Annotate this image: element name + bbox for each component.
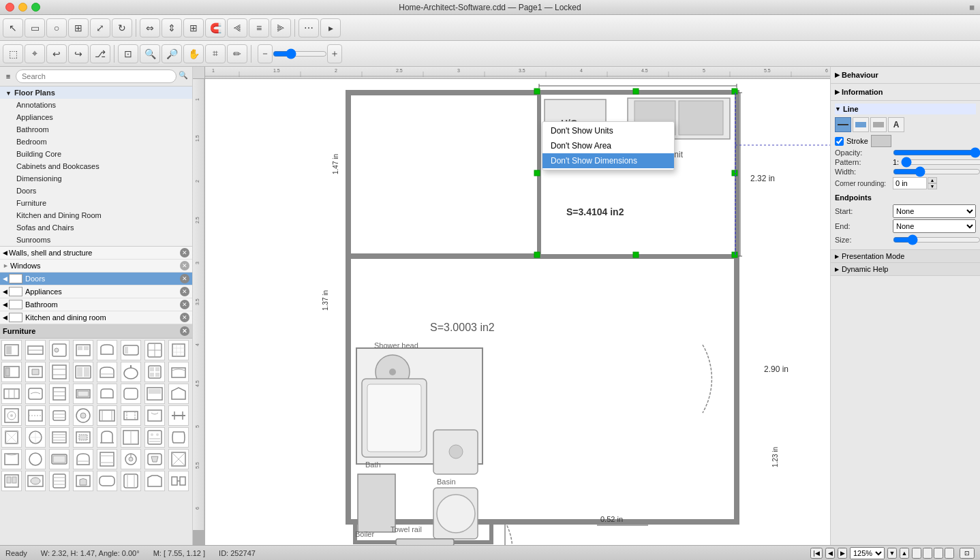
circle-tool[interactable]: ○ bbox=[46, 18, 67, 37]
furniture-tile-51[interactable] bbox=[49, 471, 70, 491]
flip-v-tool[interactable]: ⇕ bbox=[162, 18, 182, 37]
line-style-fill[interactable] bbox=[870, 117, 887, 132]
line-style-text[interactable]: A bbox=[888, 117, 904, 132]
tree-floor-plans[interactable]: ▼Floor Plans bbox=[0, 87, 192, 99]
tree-item-sunrooms[interactable]: Sunrooms bbox=[0, 234, 192, 246]
tree-item-sofas[interactable]: Sofas and Chairs bbox=[0, 221, 192, 234]
furniture-tile-55[interactable] bbox=[144, 471, 165, 491]
furniture-tile-56[interactable] bbox=[168, 471, 189, 491]
line-style-solid[interactable] bbox=[835, 117, 851, 132]
fit-window-btn[interactable]: ⊡ bbox=[960, 548, 975, 559]
furniture-tile-24[interactable] bbox=[168, 384, 189, 404]
furniture-tile-25[interactable] bbox=[1, 405, 22, 426]
furniture-tile-2[interactable] bbox=[25, 340, 46, 360]
layer-doors[interactable]: ◀ Doors ✕ bbox=[0, 273, 192, 285]
furniture-tile-33[interactable] bbox=[1, 427, 22, 448]
box-select-tool[interactable]: ⬚ bbox=[3, 44, 23, 63]
layout-btn-1[interactable] bbox=[912, 548, 921, 559]
more-tool[interactable]: ▸ bbox=[320, 18, 341, 37]
select-tool[interactable]: ↖ bbox=[3, 18, 23, 37]
furniture-tile-41[interactable] bbox=[1, 449, 22, 469]
furniture-tile-50[interactable] bbox=[25, 471, 46, 491]
corner-down[interactable]: ▼ bbox=[928, 183, 937, 189]
zoom-in-btn[interactable]: ＋ bbox=[327, 44, 342, 63]
tree-item-bathroom[interactable]: Bathroom bbox=[0, 123, 192, 136]
pencil-tool[interactable]: ✏ bbox=[227, 44, 247, 63]
align-right-tool[interactable]: ⫸ bbox=[271, 18, 291, 37]
tree-item-bedroom[interactable]: Bedroom bbox=[0, 136, 192, 148]
layer-walls[interactable]: ◀ Walls, shell and structure ✕ bbox=[0, 247, 192, 260]
furniture-tile-26[interactable] bbox=[25, 405, 46, 426]
zoom-in-tool[interactable]: 🔎 bbox=[162, 44, 182, 63]
pattern-slider[interactable] bbox=[901, 158, 980, 166]
corner-input[interactable] bbox=[893, 177, 927, 189]
tree-item-building-core[interactable]: Building Core bbox=[0, 148, 192, 160]
furniture-tile-31[interactable] bbox=[144, 405, 165, 426]
align-center-tool[interactable]: ≡ bbox=[249, 18, 269, 37]
zoom-increase[interactable]: ▲ bbox=[900, 548, 909, 559]
layer-doors-close[interactable]: ✕ bbox=[180, 274, 189, 283]
furniture-tile-14[interactable] bbox=[121, 362, 141, 382]
layer-kitchen-close[interactable]: ✕ bbox=[180, 313, 189, 322]
furniture-tile-28[interactable] bbox=[73, 405, 93, 426]
furniture-tile-27[interactable] bbox=[49, 405, 70, 426]
furniture-tile-19[interactable] bbox=[49, 384, 70, 404]
zoom-fit-tool[interactable]: ⊡ bbox=[118, 44, 138, 63]
furniture-tile-10[interactable] bbox=[25, 362, 46, 382]
furniture-tile-47[interactable] bbox=[144, 449, 165, 469]
layout-btn-2[interactable] bbox=[923, 548, 932, 559]
furniture-tile-35[interactable] bbox=[49, 427, 70, 448]
snap-tool[interactable]: 🧲 bbox=[205, 18, 226, 37]
start-select[interactable]: None Arrow Circle bbox=[893, 204, 976, 218]
furniture-tile-40[interactable] bbox=[168, 427, 189, 448]
furniture-tile-48[interactable] bbox=[168, 449, 189, 469]
corner-up[interactable]: ▲ bbox=[928, 177, 937, 183]
presentation-mode-header[interactable]: Presentation Mode bbox=[831, 250, 980, 263]
behaviour-header[interactable]: ▶ Behaviour bbox=[835, 69, 976, 80]
layer-kitchen[interactable]: ◀ Kitchen and dining room ✕ bbox=[0, 311, 192, 324]
layer-walls-close[interactable]: ✕ bbox=[180, 248, 189, 258]
tree-item-doors[interactable]: Doors bbox=[0, 185, 192, 197]
furniture-tile-32[interactable] bbox=[168, 405, 189, 426]
furniture-tile-23[interactable] bbox=[144, 384, 165, 404]
dropdown-dont-show-dimensions[interactable]: Don't Show Dimensions bbox=[542, 153, 674, 168]
stroke-color-swatch[interactable] bbox=[871, 135, 891, 147]
line-header[interactable]: ▼ Line bbox=[835, 104, 976, 114]
line-style-color[interactable] bbox=[853, 117, 869, 132]
search-icon[interactable]: 🔍 bbox=[179, 71, 189, 82]
furniture-tile-29[interactable] bbox=[97, 405, 117, 426]
table-tool[interactable]: ⊞ bbox=[68, 18, 89, 37]
furniture-tile-16[interactable] bbox=[168, 362, 189, 382]
furniture-tile-43[interactable] bbox=[49, 449, 70, 469]
minimize-button[interactable] bbox=[18, 3, 27, 12]
undo-tool[interactable]: ↩ bbox=[46, 44, 67, 63]
layer-appliances-close[interactable]: ✕ bbox=[180, 287, 189, 296]
history-tool[interactable]: ⎇ bbox=[90, 44, 110, 63]
furniture-tile-45[interactable] bbox=[97, 449, 117, 469]
zoom-custom-tool[interactable]: ⌗ bbox=[205, 44, 226, 63]
furniture-tile-53[interactable] bbox=[97, 471, 117, 491]
furniture-tile-5[interactable] bbox=[97, 340, 117, 360]
redo-tool[interactable]: ↪ bbox=[68, 44, 89, 63]
stroke-checkbox[interactable] bbox=[835, 137, 844, 146]
rectangle-tool[interactable]: ▭ bbox=[25, 18, 45, 37]
furniture-tile-38[interactable] bbox=[121, 427, 141, 448]
nav-first[interactable]: |◀ bbox=[810, 548, 823, 559]
distribute-tool[interactable]: ⋯ bbox=[298, 18, 319, 37]
grid-tool[interactable]: ⊞ bbox=[183, 18, 204, 37]
zoom-slider[interactable] bbox=[273, 48, 327, 59]
furniture-layer-header[interactable]: Furniture Furniture ✕ bbox=[0, 324, 192, 339]
furniture-tile-6[interactable] bbox=[121, 340, 141, 360]
furniture-tile-17[interactable] bbox=[1, 384, 22, 404]
zoom-decrease[interactable]: ▼ bbox=[887, 548, 897, 559]
lasso-tool[interactable]: ⌖ bbox=[25, 44, 45, 63]
close-button[interactable] bbox=[5, 3, 14, 12]
furniture-tile-8[interactable] bbox=[168, 340, 189, 360]
furniture-tile-3[interactable] bbox=[49, 340, 70, 360]
size-slider[interactable] bbox=[893, 234, 980, 245]
align-left-tool[interactable]: ⫷ bbox=[227, 18, 247, 37]
furniture-tile-7[interactable] bbox=[144, 340, 165, 360]
furniture-tile-15[interactable] bbox=[144, 362, 165, 382]
layer-bathroom-close[interactable]: ✕ bbox=[180, 300, 189, 309]
list-view-icon[interactable]: ≡ bbox=[3, 71, 14, 82]
